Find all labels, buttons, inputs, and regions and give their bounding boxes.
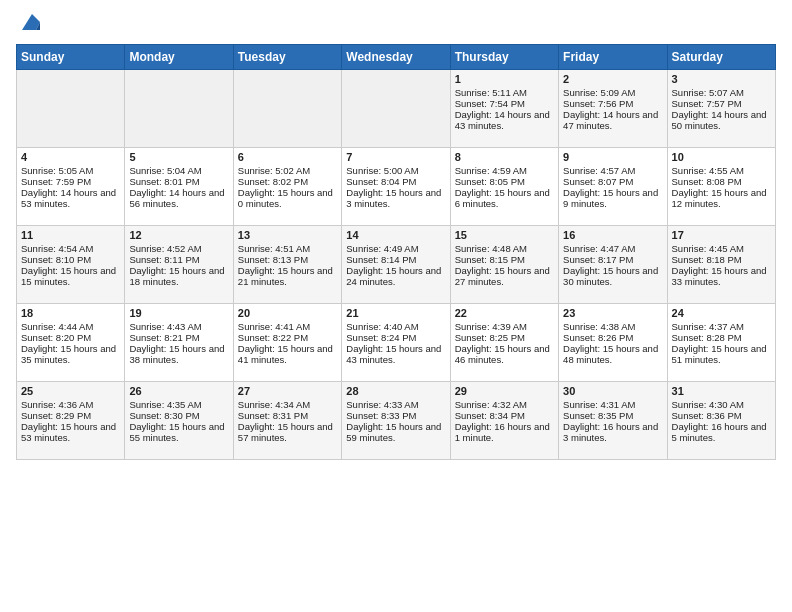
day-info: Sunset: 7:59 PM (21, 176, 120, 187)
day-info: Sunrise: 4:47 AM (563, 243, 662, 254)
day-info: Daylight: 15 hours and 27 minutes. (455, 265, 554, 287)
calendar-cell: 29Sunrise: 4:32 AMSunset: 8:34 PMDayligh… (450, 382, 558, 460)
day-info: Sunrise: 4:52 AM (129, 243, 228, 254)
day-info: Sunset: 8:36 PM (672, 410, 771, 421)
day-info: Daylight: 15 hours and 57 minutes. (238, 421, 337, 443)
day-info: Sunset: 8:33 PM (346, 410, 445, 421)
calendar-cell: 14Sunrise: 4:49 AMSunset: 8:14 PMDayligh… (342, 226, 450, 304)
day-info: Sunset: 8:13 PM (238, 254, 337, 265)
day-info: Sunrise: 4:41 AM (238, 321, 337, 332)
calendar-cell: 17Sunrise: 4:45 AMSunset: 8:18 PMDayligh… (667, 226, 775, 304)
day-info: Sunrise: 4:49 AM (346, 243, 445, 254)
calendar-cell: 18Sunrise: 4:44 AMSunset: 8:20 PMDayligh… (17, 304, 125, 382)
day-info: Daylight: 14 hours and 53 minutes. (21, 187, 120, 209)
day-number: 14 (346, 229, 445, 241)
day-number: 2 (563, 73, 662, 85)
day-info: Sunset: 8:04 PM (346, 176, 445, 187)
day-info: Daylight: 15 hours and 46 minutes. (455, 343, 554, 365)
col-header-monday: Monday (125, 45, 233, 70)
calendar-table: SundayMondayTuesdayWednesdayThursdayFrid… (16, 44, 776, 460)
col-header-saturday: Saturday (667, 45, 775, 70)
day-info: Sunrise: 5:00 AM (346, 165, 445, 176)
day-info: Daylight: 15 hours and 12 minutes. (672, 187, 771, 209)
day-info: Sunset: 8:25 PM (455, 332, 554, 343)
calendar-cell: 27Sunrise: 4:34 AMSunset: 8:31 PMDayligh… (233, 382, 341, 460)
day-info: Sunset: 8:20 PM (21, 332, 120, 343)
day-info: Sunset: 8:24 PM (346, 332, 445, 343)
calendar-cell: 25Sunrise: 4:36 AMSunset: 8:29 PMDayligh… (17, 382, 125, 460)
day-info: Sunset: 8:15 PM (455, 254, 554, 265)
day-info: Sunset: 7:56 PM (563, 98, 662, 109)
day-info: Sunset: 8:11 PM (129, 254, 228, 265)
day-number: 15 (455, 229, 554, 241)
day-info: Daylight: 15 hours and 0 minutes. (238, 187, 337, 209)
day-info: Daylight: 16 hours and 1 minute. (455, 421, 554, 443)
day-info: Sunset: 8:29 PM (21, 410, 120, 421)
day-number: 19 (129, 307, 228, 319)
day-info: Daylight: 15 hours and 30 minutes. (563, 265, 662, 287)
calendar-cell: 23Sunrise: 4:38 AMSunset: 8:26 PMDayligh… (559, 304, 667, 382)
logo (16, 12, 40, 38)
day-info: Daylight: 15 hours and 6 minutes. (455, 187, 554, 209)
day-info: Sunset: 8:05 PM (455, 176, 554, 187)
day-number: 20 (238, 307, 337, 319)
day-number: 21 (346, 307, 445, 319)
day-number: 4 (21, 151, 120, 163)
day-info: Daylight: 15 hours and 55 minutes. (129, 421, 228, 443)
day-info: Sunset: 8:07 PM (563, 176, 662, 187)
day-info: Sunrise: 4:54 AM (21, 243, 120, 254)
day-info: Daylight: 15 hours and 48 minutes. (563, 343, 662, 365)
day-info: Daylight: 15 hours and 18 minutes. (129, 265, 228, 287)
day-number: 7 (346, 151, 445, 163)
day-info: Sunset: 8:22 PM (238, 332, 337, 343)
day-info: Sunrise: 4:37 AM (672, 321, 771, 332)
day-info: Sunrise: 4:35 AM (129, 399, 228, 410)
day-info: Daylight: 16 hours and 5 minutes. (672, 421, 771, 443)
day-info: Daylight: 15 hours and 59 minutes. (346, 421, 445, 443)
col-header-wednesday: Wednesday (342, 45, 450, 70)
day-info: Sunrise: 4:39 AM (455, 321, 554, 332)
calendar-cell: 11Sunrise: 4:54 AMSunset: 8:10 PMDayligh… (17, 226, 125, 304)
calendar-cell (342, 70, 450, 148)
day-info: Daylight: 14 hours and 50 minutes. (672, 109, 771, 131)
day-number: 26 (129, 385, 228, 397)
calendar-cell (125, 70, 233, 148)
col-header-sunday: Sunday (17, 45, 125, 70)
day-info: Daylight: 15 hours and 24 minutes. (346, 265, 445, 287)
calendar-cell: 20Sunrise: 4:41 AMSunset: 8:22 PMDayligh… (233, 304, 341, 382)
day-info: Sunrise: 5:11 AM (455, 87, 554, 98)
calendar-cell: 30Sunrise: 4:31 AMSunset: 8:35 PMDayligh… (559, 382, 667, 460)
calendar-cell: 4Sunrise: 5:05 AMSunset: 7:59 PMDaylight… (17, 148, 125, 226)
col-header-thursday: Thursday (450, 45, 558, 70)
day-info: Sunset: 8:26 PM (563, 332, 662, 343)
day-number: 25 (21, 385, 120, 397)
day-info: Daylight: 15 hours and 51 minutes. (672, 343, 771, 365)
day-number: 30 (563, 385, 662, 397)
day-number: 27 (238, 385, 337, 397)
calendar-cell: 5Sunrise: 5:04 AMSunset: 8:01 PMDaylight… (125, 148, 233, 226)
day-number: 9 (563, 151, 662, 163)
day-info: Sunrise: 4:48 AM (455, 243, 554, 254)
day-info: Sunrise: 4:38 AM (563, 321, 662, 332)
day-number: 12 (129, 229, 228, 241)
calendar-cell: 10Sunrise: 4:55 AMSunset: 8:08 PMDayligh… (667, 148, 775, 226)
day-info: Daylight: 14 hours and 43 minutes. (455, 109, 554, 131)
calendar-cell: 13Sunrise: 4:51 AMSunset: 8:13 PMDayligh… (233, 226, 341, 304)
day-info: Sunset: 7:54 PM (455, 98, 554, 109)
calendar-cell (233, 70, 341, 148)
day-info: Sunrise: 5:07 AM (672, 87, 771, 98)
day-info: Sunrise: 4:51 AM (238, 243, 337, 254)
day-info: Daylight: 15 hours and 15 minutes. (21, 265, 120, 287)
day-number: 10 (672, 151, 771, 163)
calendar-cell: 3Sunrise: 5:07 AMSunset: 7:57 PMDaylight… (667, 70, 775, 148)
day-info: Sunrise: 4:57 AM (563, 165, 662, 176)
day-number: 28 (346, 385, 445, 397)
calendar-cell: 7Sunrise: 5:00 AMSunset: 8:04 PMDaylight… (342, 148, 450, 226)
day-info: Sunrise: 4:55 AM (672, 165, 771, 176)
day-number: 6 (238, 151, 337, 163)
calendar-cell: 16Sunrise: 4:47 AMSunset: 8:17 PMDayligh… (559, 226, 667, 304)
day-info: Sunset: 8:01 PM (129, 176, 228, 187)
calendar-cell: 22Sunrise: 4:39 AMSunset: 8:25 PMDayligh… (450, 304, 558, 382)
day-info: Daylight: 14 hours and 56 minutes. (129, 187, 228, 209)
calendar-cell: 6Sunrise: 5:02 AMSunset: 8:02 PMDaylight… (233, 148, 341, 226)
